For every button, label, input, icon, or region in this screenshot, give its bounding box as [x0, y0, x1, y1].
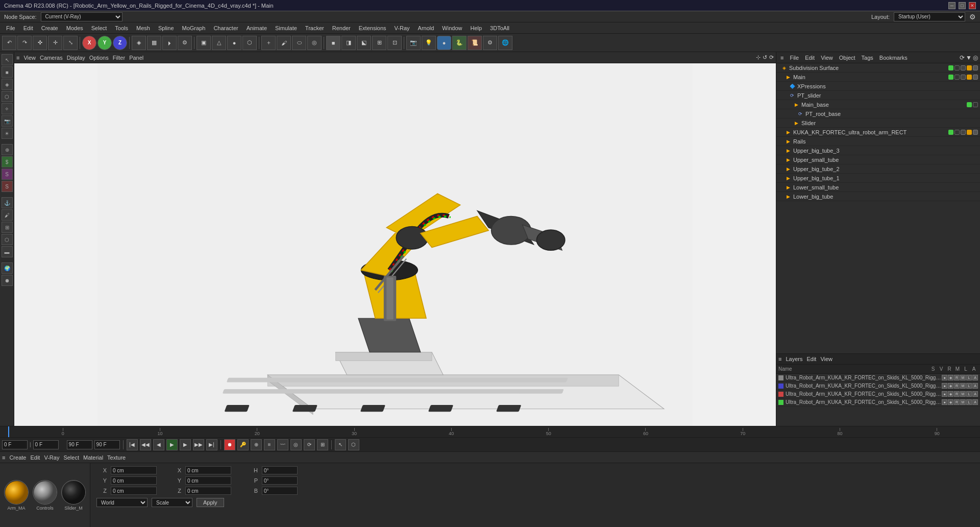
menu-render[interactable]: Render — [328, 24, 355, 32]
tool3[interactable]: ⬕ — [357, 36, 371, 50]
rp-icon2[interactable]: ▼ — [966, 54, 972, 61]
layers-hamburger[interactable]: ≡ — [778, 356, 781, 362]
layer-item-geometry[interactable]: Ultra_Robot_Arm_KUKA_KR_FORTEC_on_Skids_… — [776, 374, 980, 382]
move-button[interactable]: ✛ — [48, 36, 62, 50]
settings-button[interactable]: ⚙ — [178, 36, 192, 50]
menu-arnold[interactable]: Arnold — [414, 24, 438, 32]
tool5[interactable]: ⊡ — [387, 36, 402, 50]
layer-b-m-icon[interactable]: M — [960, 391, 966, 397]
left-icon-nurbs[interactable]: ◈ — [2, 79, 13, 90]
left-icon-world[interactable]: 🌍 — [2, 262, 13, 274]
tree-item-pt-root-base[interactable]: ⟳ PT_root_base — [776, 109, 980, 118]
menu-edit[interactable]: Edit — [19, 24, 37, 32]
layer-c-a-icon[interactable]: A — [972, 399, 978, 405]
vp-hamburger[interactable]: ≡ — [16, 55, 19, 61]
node-space-dropdown[interactable]: Current (V-Ray) — [41, 12, 122, 21]
fps-input[interactable] — [94, 440, 120, 449]
vp-view-menu[interactable]: View — [23, 55, 36, 61]
left-icon-generator[interactable]: ⬡ — [2, 91, 13, 102]
layer-h-m-icon[interactable]: M — [960, 383, 966, 389]
key-button[interactable]: 🔑 — [237, 439, 249, 450]
redo-button[interactable]: ↷ — [17, 36, 32, 50]
mat-vray-menu[interactable]: V-Ray — [44, 454, 59, 461]
controller-button[interactable]: ◎ — [290, 439, 302, 450]
menu-select[interactable]: Select — [87, 24, 111, 32]
coord-y-rot-input[interactable] — [185, 476, 231, 485]
menu-modes[interactable]: Modes — [62, 24, 87, 32]
layer-b-r-icon[interactable]: R — [954, 391, 960, 397]
next-frame-button[interactable]: ▶ — [180, 439, 191, 450]
layer-h-r-icon[interactable]: R — [954, 383, 960, 389]
coord-y-pos-input[interactable] — [111, 476, 157, 485]
material-slider-m[interactable]: Slider_M — [61, 480, 86, 511]
layer-c-s-icon[interactable]: ● — [942, 399, 947, 405]
step-back-button[interactable]: ◀◀ — [140, 439, 151, 450]
timeline-cursor[interactable] — [8, 426, 9, 437]
left-icon-mesh[interactable]: ⬡ — [2, 234, 13, 245]
coord-z-pos-input[interactable] — [111, 487, 157, 495]
coord-x-rot-input[interactable] — [185, 466, 231, 474]
apply-button[interactable]: Apply — [197, 498, 224, 507]
layer-c-m-icon[interactable]: M — [960, 399, 966, 405]
tool2[interactable]: ◨ — [341, 36, 356, 50]
tree-item-kuka[interactable]: ▶ KUKA_KR_FORTEC_ultra_robot_arm_RECT — [776, 128, 980, 137]
left-icon-camera[interactable]: 📷 — [2, 115, 13, 127]
edge-button[interactable]: △ — [212, 36, 226, 50]
select-tool-button[interactable]: ↖ — [335, 439, 346, 450]
tree-item-xpressions[interactable]: 🔷 XPressions — [776, 82, 980, 91]
python-button[interactable]: 🐍 — [452, 36, 467, 50]
motion-button[interactable]: ⟳ — [304, 439, 315, 450]
left-icon-record[interactable]: ⏺ — [2, 275, 13, 286]
point-button[interactable]: ● — [227, 36, 241, 50]
layers-edit-menu[interactable]: Edit — [806, 356, 816, 362]
rp-icon3[interactable]: ◎ — [973, 54, 978, 61]
left-icon-dollar[interactable]: $ — [2, 156, 13, 167]
left-icon-cube[interactable]: ■ — [2, 66, 13, 78]
tree-item-lower-big-tube[interactable]: ▶ Lower_big_tube — [776, 192, 980, 201]
rp-edit-menu[interactable]: Edit — [803, 55, 817, 61]
rp-file-menu[interactable]: File — [788, 55, 801, 61]
layer-c-l-icon[interactable]: L — [966, 399, 972, 405]
vp-options-menu[interactable]: Options — [89, 55, 109, 61]
left-icon-s2[interactable]: S — [2, 169, 13, 180]
tree-item-upper-big-tube-3[interactable]: ▶ Upper_big_tube_3 — [776, 146, 980, 155]
menu-extensions[interactable]: Extensions — [355, 24, 390, 32]
layer-b-s-icon[interactable]: ● — [942, 391, 947, 397]
coord-h-input[interactable] — [262, 466, 298, 474]
tree-item-upper-big-tube-2[interactable]: ▶ Upper_big_tube_2 — [776, 164, 980, 174]
menu-animate[interactable]: Animate — [242, 24, 271, 32]
step-forward-button[interactable]: ▶▶ — [193, 439, 204, 450]
rp-bookmarks-menu[interactable]: Bookmarks — [877, 55, 910, 61]
left-icon-deformer[interactable]: ⟡ — [2, 103, 13, 114]
vp-icon-camera2[interactable]: ↺ — [763, 54, 767, 61]
layer-item-controllers[interactable]: Ultra_Robot_Arm_KUKA_KR_FORTEC_on_Skids_… — [776, 398, 980, 406]
object-button[interactable]: ⬡ — [242, 36, 257, 50]
z-axis-button[interactable]: Z — [113, 36, 127, 50]
left-icon-s3[interactable]: S — [2, 181, 13, 192]
tree-item-main[interactable]: ▶ Main — [776, 73, 980, 82]
coord-p-input[interactable] — [262, 476, 298, 485]
mat-material-menu[interactable]: Material — [83, 454, 103, 461]
layer-c-v-icon[interactable]: ◈ — [948, 399, 953, 405]
coord-b-input[interactable] — [262, 487, 298, 495]
tree-item-pt-slider[interactable]: ⟳ PT_slider — [776, 91, 980, 100]
layer-s-icon[interactable]: ● — [942, 375, 947, 380]
layer-r-icon[interactable]: R — [954, 375, 960, 380]
menu-mesh[interactable]: Mesh — [132, 24, 154, 32]
layer-item-bones[interactable]: Ultra_Robot_Arm_KUKA_KR_FORTEC_on_Skids_… — [776, 390, 980, 398]
world-dropdown[interactable]: World Object Camera — [96, 498, 148, 507]
mat-hamburger[interactable]: ≡ — [2, 454, 5, 461]
menu-character[interactable]: Character — [209, 24, 242, 32]
menu-tools[interactable]: Tools — [111, 24, 132, 32]
menu-3dtoall[interactable]: 3DToAll — [486, 24, 513, 32]
globe-button[interactable]: 🌐 — [498, 36, 512, 50]
vp-panel-menu[interactable]: Panel — [129, 55, 143, 61]
vp-cameras-menu[interactable]: Cameras — [40, 55, 63, 61]
undo-button[interactable]: ↶ — [2, 36, 16, 50]
snap-frame-button[interactable]: ⊞ — [317, 439, 328, 450]
snap-button[interactable]: ◎ — [307, 36, 322, 50]
sphere-button[interactable]: ● — [437, 36, 451, 50]
menu-create[interactable]: Create — [37, 24, 62, 32]
left-icon-light[interactable]: ☀ — [2, 128, 13, 139]
motion-path-button[interactable]: ⬡ — [348, 439, 359, 450]
